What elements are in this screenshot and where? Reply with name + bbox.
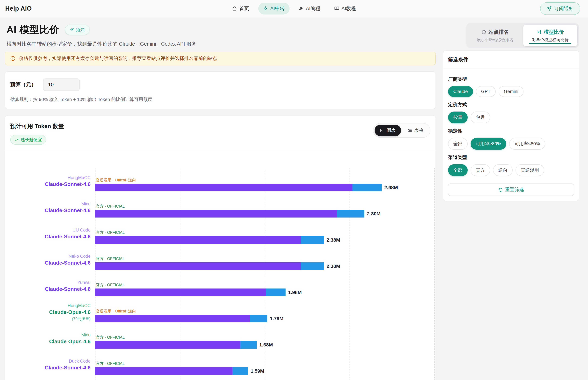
top-actions: 订阅通知 bbox=[533, 2, 580, 15]
nav-item-3[interactable]: AI编程 bbox=[294, 3, 325, 15]
filter-pill[interactable]: Gemini bbox=[499, 86, 524, 97]
model-price-note: (79元按量) bbox=[10, 316, 91, 321]
channel-label: 官方 · OFFICIAL bbox=[96, 361, 434, 366]
token-value-label: 1.68M bbox=[259, 342, 273, 348]
site-name: Yunwu bbox=[10, 280, 91, 285]
tab-model-compare[interactable]: 模型比价 对单个模型横向比价 bbox=[523, 25, 577, 46]
model-name: Claude-Sonnet-4.6 bbox=[10, 181, 91, 187]
chart-title: 预计可用 Token 数量 bbox=[10, 122, 64, 130]
filters-body: 厂商类型ClaudeGPTGemini定价方式按量包月稳定性全部可用率≥80%可… bbox=[443, 69, 579, 201]
token-chart-card: 预计可用 Token 数量 越长越便宜 图表 表格 bbox=[5, 115, 436, 380]
token-value-label: 2.98M bbox=[384, 185, 398, 190]
filter-pill[interactable]: Claude bbox=[448, 86, 473, 97]
brand-logo: Help AIO bbox=[5, 5, 32, 12]
row-labels: UU CodeClaude-Sonnet-4.6 bbox=[10, 220, 95, 247]
row-labels: MicuClaude-Sonnet-4.6 bbox=[10, 194, 95, 220]
token-bar bbox=[95, 184, 382, 191]
filter-group-options: ClaudeGPTGemini bbox=[448, 86, 574, 97]
row-labels: HongMaCCClaude-Opus-4.6(79元按量) bbox=[10, 299, 95, 325]
shuffle-icon bbox=[537, 30, 542, 35]
row-labels: Neko CodeClaude-Sonnet-4.6 bbox=[10, 247, 95, 273]
reset-filters-button[interactable]: 重置筛选 bbox=[448, 184, 574, 196]
tab-model-compare-subtitle: 对单个模型横向比价 bbox=[532, 37, 568, 42]
nav-item-4[interactable]: AI教程 bbox=[329, 3, 361, 15]
site-name: Micu bbox=[10, 332, 91, 338]
budget-input[interactable] bbox=[43, 78, 80, 91]
ranking-vs-compare-toggle: 站点排名 展示中转站综合排名 模型比价 对单个模型横向比价 bbox=[466, 23, 579, 48]
input-token-segment bbox=[95, 184, 353, 191]
filter-pill[interactable]: 逆向 bbox=[493, 164, 512, 176]
site-name: HongMaCC bbox=[10, 303, 91, 308]
output-token-segment bbox=[266, 288, 286, 296]
output-token-segment bbox=[233, 367, 248, 375]
chart-row: Duck CodeClaude-Sonnet-4.6官方 · OFFICIAL1… bbox=[10, 352, 434, 378]
model-name: Claude-Sonnet-4.6 bbox=[10, 286, 91, 292]
output-token-segment bbox=[301, 262, 324, 270]
filter-group-options: 全部可用率≥80%可用率<80% bbox=[448, 138, 574, 150]
notice-badge-button[interactable]: 须知 bbox=[65, 25, 90, 35]
input-token-segment bbox=[95, 236, 301, 244]
nav-item-2[interactable]: AI中转 bbox=[258, 3, 290, 15]
row-plot: 官方 · OFFICIAL2.80M bbox=[95, 194, 434, 220]
chart-view-button[interactable]: 图表 bbox=[375, 125, 401, 136]
token-value-label: 1.98M bbox=[288, 290, 302, 295]
chart-row: HongMaCCClaude-Opus-4.6(79元按量)官逆混用 · Off… bbox=[10, 299, 434, 325]
filter-pill[interactable]: 按量 bbox=[448, 112, 468, 123]
input-token-segment bbox=[95, 367, 233, 375]
subscribe-button[interactable]: 订阅通知 bbox=[540, 2, 580, 15]
notice-badge-label: 须知 bbox=[76, 27, 85, 33]
chart-row: HongMaCCClaude-Sonnet-4.6官逆混用 · Offical+… bbox=[10, 168, 434, 194]
tab-site-ranking-subtitle: 展示中转站综合排名 bbox=[477, 37, 513, 42]
content: AI 模型比价 须知 横向对比各中转站的模型定价，找到最具性价比的 Claude… bbox=[0, 17, 588, 380]
token-bar bbox=[95, 210, 364, 218]
chart-row: MicuClaude-Opus-4.6官方 · OFFICIAL1.68M bbox=[10, 325, 434, 352]
nav-item-label: AI教程 bbox=[341, 5, 356, 12]
filter-pill[interactable]: 全部 bbox=[448, 164, 468, 176]
info-icon bbox=[10, 56, 16, 61]
filter-pill[interactable]: 官方 bbox=[470, 164, 490, 176]
filters-panel: 筛选条件 厂商类型ClaudeGPTGemini定价方式按量包月稳定性全部可用率… bbox=[443, 51, 579, 201]
page-title: AI 模型比价 bbox=[6, 23, 59, 36]
filter-pill[interactable]: 可用率≥80% bbox=[470, 138, 506, 150]
row-labels: HongMaCCClaude-Sonnet-4.6 bbox=[10, 168, 95, 194]
output-token-segment bbox=[240, 341, 257, 349]
channel-label: 官逆混用 · Offical+逆向 bbox=[96, 308, 434, 314]
channel-label: 官方 · OFFICIAL bbox=[96, 282, 434, 287]
tab-model-compare-label: 模型比价 bbox=[544, 29, 564, 36]
channel-label: 官方 · OFFICIAL bbox=[96, 256, 434, 261]
input-token-segment bbox=[95, 288, 266, 296]
site-name: Duck Code bbox=[10, 359, 91, 364]
nav-item-label: AI中转 bbox=[270, 5, 285, 12]
model-name: Claude-Opus-4.6 bbox=[10, 339, 91, 344]
model-name: Claude-Sonnet-4.6 bbox=[10, 260, 91, 266]
filter-pill[interactable]: GPT bbox=[476, 86, 496, 97]
filter-pill[interactable]: 可用率<80% bbox=[509, 138, 545, 150]
book-icon bbox=[334, 6, 339, 11]
token-bar bbox=[95, 236, 324, 244]
price-disclaimer-text: 价格仅供参考，实际使用还有缓存创建与读写的影响，推荐查看站点评价并选择排名靠前的… bbox=[19, 55, 217, 62]
channel-label: 官方 · OFFICIAL bbox=[96, 204, 434, 209]
nav-item-1[interactable]: 首页 bbox=[227, 3, 254, 15]
row-labels: YunwuClaude-Sonnet-4.6 bbox=[10, 273, 95, 299]
filter-pill[interactable]: 包月 bbox=[470, 112, 490, 123]
chart-row: Neko CodeClaude-Sonnet-4.6官方 · OFFICIAL2… bbox=[10, 247, 434, 273]
top-navbar: Help AIO 首页AI中转AI编程AI教程 订阅通知 bbox=[0, 0, 588, 17]
page-head: AI 模型比价 须知 横向对比各中转站的模型定价，找到最具性价比的 Claude… bbox=[5, 23, 436, 47]
output-token-segment bbox=[353, 184, 382, 191]
active-tab-underline bbox=[529, 43, 571, 44]
nav-item-label: 首页 bbox=[239, 5, 249, 12]
model-name: Claude-Sonnet-4.6 bbox=[10, 365, 91, 371]
right-column: 站点排名 展示中转站综合排名 模型比价 对单个模型横向比价 筛选条件 厂商类型C… bbox=[443, 23, 579, 201]
filter-pill[interactable]: 官逆混用 bbox=[515, 164, 544, 176]
token-value-label: 2.38M bbox=[327, 264, 340, 269]
filter-group-options: 按量包月 bbox=[448, 112, 574, 123]
token-bar bbox=[95, 262, 324, 270]
output-token-segment bbox=[250, 315, 267, 322]
filter-group-options: 全部官方逆向官逆混用 bbox=[448, 164, 574, 176]
row-labels: Right CodeClaude-Sonnet-4.6 bbox=[10, 378, 95, 380]
table-view-button[interactable]: 表格 bbox=[402, 125, 429, 136]
token-bar bbox=[95, 341, 257, 349]
filter-pill[interactable]: 全部 bbox=[448, 138, 468, 150]
token-value-label: 2.80M bbox=[367, 211, 380, 217]
tab-site-ranking[interactable]: 站点排名 展示中转站综合排名 bbox=[468, 25, 522, 46]
